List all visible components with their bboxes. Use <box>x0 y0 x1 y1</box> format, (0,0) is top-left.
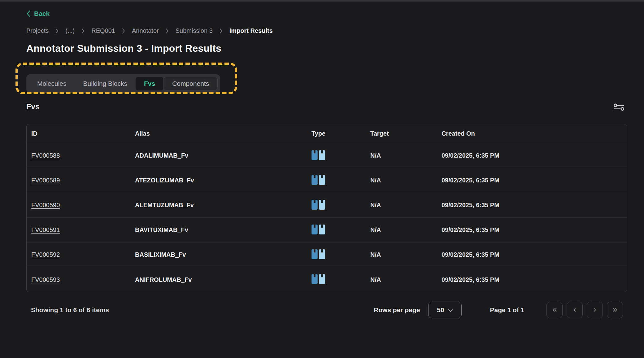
row-id-link[interactable]: FV000589 <box>31 177 60 184</box>
table-row: FV000589 ATEZOLIZUMAB_Fv N/A 09/02/2025,… <box>27 168 627 193</box>
column-header-created-on: Created On <box>437 130 627 137</box>
row-created-on: 09/02/2025, 6:35 PM <box>442 276 499 283</box>
breadcrumb-item-projects[interactable]: Projects <box>26 27 49 34</box>
fv-pair-icon <box>307 200 366 211</box>
chevron-down-icon <box>448 306 453 314</box>
row-alias: ATEZOLIZUMAB_Fv <box>135 177 194 184</box>
section-title: Fvs <box>26 102 40 111</box>
fv-pair-icon <box>307 225 366 236</box>
row-alias: BASILIXIMAB_Fv <box>135 251 186 258</box>
chevron-right-icon <box>166 28 169 34</box>
previous-page-button[interactable]: ‹ <box>567 302 583 318</box>
row-created-on: 09/02/2025, 6:35 PM <box>442 152 499 159</box>
row-target: N/A <box>370 251 381 258</box>
breadcrumb: Projects (...) REQ001 Annotator Submissi… <box>26 27 273 34</box>
back-button[interactable]: Back <box>26 10 50 17</box>
page-title: Annotator Submission 3 - Import Results <box>26 43 221 54</box>
double-chevron-left-icon: « <box>552 305 557 314</box>
sliders-icon <box>613 103 625 113</box>
tab-components[interactable]: Components <box>163 77 218 90</box>
table-footer: Showing 1 to 6 of 6 items Rows per page … <box>26 301 627 319</box>
row-alias: BAVITUXIMAB_Fv <box>135 226 188 233</box>
window-top-edge <box>0 0 644 2</box>
chevron-left-icon <box>26 10 31 17</box>
fvs-table: ID Alias Type Target Created On FV000588… <box>26 124 627 292</box>
row-target: N/A <box>370 276 381 283</box>
row-id-link[interactable]: FV000593 <box>31 276 60 283</box>
next-page-button[interactable]: › <box>587 302 603 318</box>
table-row: FV000588 ADALIMUMAB_Fv N/A 09/02/2025, 6… <box>27 143 627 168</box>
double-chevron-right-icon: » <box>612 305 617 314</box>
fv-pair-icon <box>307 150 366 161</box>
chevron-left-icon: ‹ <box>573 305 576 314</box>
column-header-type: Type <box>307 130 366 137</box>
column-header-target: Target <box>366 130 437 137</box>
row-created-on: 09/02/2025, 6:35 PM <box>442 177 499 184</box>
back-label: Back <box>34 10 50 17</box>
row-id-link[interactable]: FV000588 <box>31 152 60 159</box>
chevron-right-icon: › <box>594 305 596 314</box>
fv-pair-icon <box>307 274 366 285</box>
breadcrumb-item-import-results: Import Results <box>229 27 273 34</box>
row-target: N/A <box>370 226 381 233</box>
chevron-right-icon <box>122 28 125 34</box>
pagination-controls: « ‹ › » <box>546 302 623 318</box>
chevron-right-icon <box>81 28 85 34</box>
last-page-button[interactable]: » <box>607 302 623 318</box>
rows-per-page-value: 50 <box>437 306 444 314</box>
breadcrumb-item-submission-3[interactable]: Submission 3 <box>176 27 213 34</box>
breadcrumb-item-req001[interactable]: REQ001 <box>91 27 115 34</box>
breadcrumb-item-collapsed[interactable]: (...) <box>65 27 75 34</box>
fv-pair-icon <box>307 249 366 260</box>
row-target: N/A <box>370 177 381 184</box>
table-settings-button[interactable] <box>611 102 627 114</box>
fv-pair-icon <box>307 175 366 186</box>
rows-per-page-select[interactable]: 50 <box>428 302 462 318</box>
row-id-link[interactable]: FV000591 <box>31 226 60 233</box>
table-row: FV000591 BAVITUXIMAB_Fv N/A 09/02/2025, … <box>27 218 627 242</box>
table-row: FV000590 ALEMTUZUMAB_Fv N/A 09/02/2025, … <box>27 193 627 218</box>
first-page-button[interactable]: « <box>546 302 563 318</box>
column-header-alias: Alias <box>130 130 307 137</box>
page-indicator: Page 1 of 1 <box>487 301 527 319</box>
table-header-row: ID Alias Type Target Created On <box>27 124 627 143</box>
import-results-page: Back Projects (...) REQ001 Annotator Sub… <box>0 0 644 358</box>
row-target: N/A <box>370 202 381 208</box>
chevron-right-icon <box>55 28 59 34</box>
chevron-right-icon <box>220 28 223 34</box>
row-created-on: 09/02/2025, 6:35 PM <box>442 202 499 208</box>
tab-building-blocks[interactable]: Building Blocks <box>75 77 136 90</box>
row-alias: ADALIMUMAB_Fv <box>135 152 188 159</box>
tab-molecules[interactable]: Molecules <box>29 77 75 90</box>
row-id-link[interactable]: FV000592 <box>31 251 60 258</box>
row-alias: ALEMTUZUMAB_Fv <box>135 202 194 208</box>
row-target: N/A <box>370 152 381 159</box>
row-alias: ANIFROLUMAB_Fv <box>135 276 192 283</box>
row-id-link[interactable]: FV000590 <box>31 202 60 208</box>
table-row: FV000593 ANIFROLUMAB_Fv N/A 09/02/2025, … <box>27 267 627 292</box>
column-header-id: ID <box>27 130 130 137</box>
row-created-on: 09/02/2025, 6:35 PM <box>442 251 499 258</box>
table-row: FV000592 BASILIXIMAB_Fv N/A 09/02/2025, … <box>27 242 627 267</box>
tab-fvs[interactable]: Fvs <box>136 77 163 90</box>
rows-per-page-label: Rows per page <box>374 301 420 319</box>
results-tabbar: Molecules Building Blocks Fvs Components <box>26 74 220 93</box>
items-summary: Showing 1 to 6 of 6 items <box>31 301 109 319</box>
breadcrumb-item-annotator[interactable]: Annotator <box>132 27 159 34</box>
row-created-on: 09/02/2025, 6:35 PM <box>442 226 499 233</box>
